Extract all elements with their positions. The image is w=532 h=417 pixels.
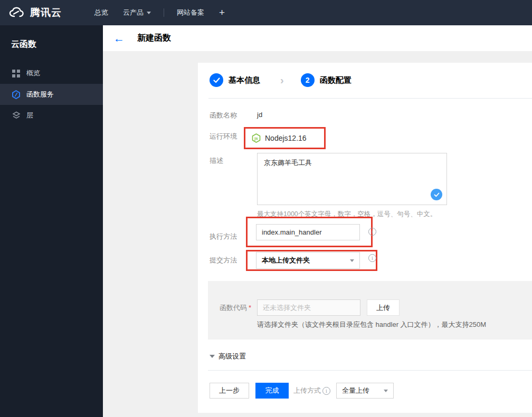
function-name-label: 函数名称 [210,111,237,120]
nav-divider [164,8,164,17]
annotation-box-runtime: js Nodejs12.16 [244,127,326,149]
content-area: 基本信息 › 2 函数配置 函数名称 jd 运行环境 js [103,51,532,417]
runtime-label: 运行环境 [210,132,237,141]
nodejs-icon: js [252,133,261,143]
step-divider [208,98,532,99]
runtime-value-row: js Nodejs12.16 [245,129,324,148]
triangle-down-icon [210,355,215,358]
sidebar-item-label: 概览 [26,69,40,78]
app-window: 腾讯云 总览 云产品 网站备案 + 云函数 [0,0,532,417]
sidebar-title: 云函数 [0,25,103,63]
nav-cloud-products[interactable]: 云产品 [116,0,158,25]
upload-mode-value: 全量上传 [342,386,369,395]
sidebar-item-function-service[interactable]: 函数服务 [0,84,103,105]
layers-icon [12,111,21,120]
nav-overview[interactable]: 总览 [87,0,116,25]
function-code-label: 函数代码* [220,303,251,313]
valid-check-icon [431,189,442,200]
function-name-value: jd [257,111,262,119]
sidebar-item-overview[interactable]: 概览 [0,63,103,84]
nav-add-shortcut-button[interactable]: + [212,0,232,25]
sidebar: 云函数 概览 函数服务 [0,25,103,417]
handler-input[interactable] [256,224,360,240]
folder-path-input[interactable] [257,299,360,316]
description-text: 京东薅羊毛工具 [258,153,446,172]
annotation-box-submit-method: 本地上传文件夹 [246,250,377,271]
select-caret-icon [384,390,388,392]
upload-button[interactable]: 上传 [367,299,400,316]
nav-website-icp[interactable]: 网站备案 [169,0,212,25]
sidebar-item-label: 函数服务 [26,90,54,99]
grid-overview-icon [12,69,21,78]
upload-mode-select[interactable]: 全量上传 [336,383,394,399]
caret-down-icon [147,12,151,14]
upload-mode-info-icon[interactable] [322,387,330,395]
sidebar-item-layers[interactable]: 层 [0,105,103,126]
step-indicator: 基本信息 › 2 函数配置 [210,73,352,87]
footer-divider [208,370,532,371]
description-textarea[interactable]: 京东薅羊毛工具 [257,153,447,205]
step2-number-badge: 2 [301,73,315,87]
submit-method-select[interactable]: 本地上传文件夹 [256,252,360,269]
step1-check-icon [210,73,223,87]
step-chevron-icon: › [280,74,284,86]
function-code-hint: 请选择文件夹（该文件夹根目录应包含 handler 入口文件），最大支持250M [257,320,486,329]
finish-button[interactable]: 完成 [255,383,289,399]
upload-mode-label: 上传方式 [293,386,330,395]
submit-method-value: 本地上传文件夹 [262,256,310,265]
back-arrow-button[interactable]: ← [113,33,125,44]
brand-name: 腾讯云 [30,6,62,20]
step2-label: 函数配置 [320,75,352,85]
handler-info-icon[interactable] [368,228,376,236]
advanced-settings-label: 高级设置 [218,352,246,361]
top-nav: 总览 云产品 网站备案 + [87,0,232,25]
footer-actions: 上一步 完成 上传方式 全量上传 [210,383,394,399]
submit-method-label: 提交方法 [210,256,237,265]
svg-text:js: js [254,136,258,141]
advanced-settings-toggle[interactable]: 高级设置 [210,352,246,361]
topbar: 腾讯云 总览 云产品 网站备案 + [0,0,532,25]
submit-method-info-icon[interactable] [368,254,376,262]
create-function-panel: 基本信息 › 2 函数配置 函数名称 jd 运行环境 js [198,63,532,413]
runtime-value: Nodejs12.16 [265,134,307,142]
description-label: 描述 [210,156,223,166]
page-header: ← 新建函数 [103,25,532,51]
cloud-logo-icon [7,6,25,19]
step1-label: 基本信息 [229,75,260,85]
sidebar-item-label: 层 [26,111,33,120]
page-title: 新建函数 [137,33,171,44]
function-hexagon-icon [12,90,21,99]
select-caret-icon [350,259,354,262]
handler-label: 执行方法 [210,232,237,241]
tencent-cloud-logo[interactable]: 腾讯云 [7,6,62,20]
required-asterisk: * [249,304,251,312]
annotation-box-handler [246,217,373,247]
previous-step-button[interactable]: 上一步 [210,383,249,399]
